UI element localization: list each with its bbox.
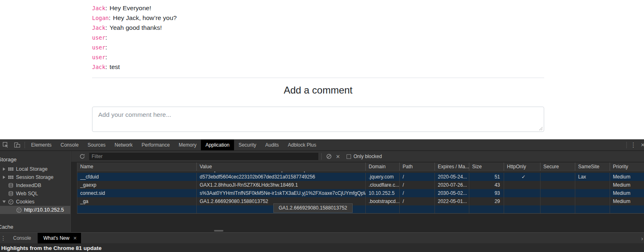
tab-console[interactable]: Console [56, 140, 83, 150]
tab-performance[interactable]: Performance [137, 140, 174, 150]
column-header-samesite[interactable]: SameSite [575, 163, 610, 171]
tab-adblock-plus[interactable]: Adblock Plus [284, 140, 321, 150]
more-options-icon[interactable]: ⋮ [628, 141, 638, 149]
tab-sources[interactable]: Sources [83, 140, 110, 150]
cell-path: / [400, 173, 435, 181]
cell-value: GAX1.2.8hhuoJI-RnSZ7X6LHdc3hw.18469.1 [197, 181, 366, 189]
device-toolbar-icon[interactable] [11, 140, 23, 150]
chat-message: user: [92, 52, 544, 62]
cookie-row-connect-sid[interactable]: connect.sids%3Aat0YYHmITnfNSF0kM5Ne-ir1s… [77, 189, 644, 197]
drawer-tabbar: ⋮ ConsoleWhat's New✕ › [0, 232, 644, 243]
chat-username: Jack [92, 64, 106, 70]
cell-expires: 2020-07-26... [435, 181, 469, 189]
refresh-icon[interactable] [78, 152, 87, 161]
devtools-panel: ElementsConsoleSourcesNetworkPerformance… [0, 139, 644, 252]
inspect-element-icon[interactable] [0, 140, 11, 150]
sidebar-item-label: Web SQL [16, 191, 38, 196]
column-header-secure[interactable]: Secure [540, 163, 575, 171]
chat-colon: : [109, 14, 110, 21]
cell-size: 93 [469, 189, 504, 197]
storage-section-header: Storage [0, 156, 70, 163]
chevron-right-icon[interactable] [1, 167, 7, 171]
cookie-row-cfduid[interactable]: __cfduidd573ebdf5604cec223102b067ded321a… [77, 173, 644, 181]
column-header-httponly[interactable]: HttpOnly [504, 163, 540, 171]
cell-priority: Medium [610, 189, 644, 197]
cell-expires: 2020-05-24... [435, 173, 469, 181]
column-header-value[interactable]: Value [197, 163, 366, 171]
cell-value: s%3Aat0YYHmITnfNSF0kM5Ne-ir1skTX3aEU.yj1… [197, 189, 366, 197]
tab-application[interactable]: Application [201, 140, 234, 150]
cell-samesite [575, 189, 610, 197]
storage-tree: Local StorageSession StorageIndexedDBWeb… [0, 165, 70, 214]
scrollbar-thumb[interactable] [214, 230, 223, 232]
column-header-priority[interactable]: Priority [610, 163, 644, 171]
sidebar-item-local-storage[interactable]: Local Storage [0, 165, 70, 173]
cell-secure [540, 205, 575, 213]
drawer-menu-icon[interactable]: ⋮ [0, 235, 7, 241]
application-sidebar: Storage Local StorageSession StorageInde… [0, 151, 71, 232]
drawer-tab-label: What's New [43, 233, 70, 243]
tab-elements[interactable]: Elements [27, 140, 56, 150]
cell-path: / [400, 189, 435, 197]
cookies-table: NameValueDomainPathExpires / Ma...SizeHt… [77, 163, 644, 214]
comment-textarea[interactable] [92, 107, 544, 132]
chevron-right-icon[interactable] [1, 176, 7, 179]
cell-priority: Medium [610, 197, 644, 205]
drawer-tab-console[interactable]: Console [7, 233, 38, 243]
chat-colon: : [106, 24, 107, 31]
cookie-row-gaexp[interactable]: _gaexpGAX1.2.8hhuoJI-RnSZ7X6LHdc3hw.1846… [77, 181, 644, 189]
delete-selected-icon[interactable]: ✕ [333, 152, 342, 161]
cookie-row-empty[interactable] [77, 205, 644, 213]
cell-expires [435, 205, 469, 213]
cell-size: 43 [469, 181, 504, 189]
drawer-close-icon[interactable]: › [641, 235, 643, 242]
chat-message: Jack:Hey Everyone! [92, 3, 544, 13]
column-header-size[interactable]: Size [469, 163, 504, 171]
tab-memory[interactable]: Memory [174, 140, 201, 150]
chat-text: Hey Jack, how’re you? [113, 14, 177, 21]
sidebar-item-web-sql[interactable]: Web SQL [0, 190, 70, 198]
cell-httponly [504, 197, 540, 205]
close-devtools-icon[interactable]: ✕ [638, 142, 644, 148]
table-icon [7, 166, 14, 172]
database-icon [7, 190, 14, 197]
chevron-down-icon[interactable] [1, 201, 7, 203]
cookies-table-header: NameValueDomainPathExpires / Ma...SizeHt… [77, 163, 644, 171]
chat-message: Jack:Yeah good thanks! [92, 23, 544, 33]
cell-samesite [575, 181, 610, 189]
tab-security[interactable]: Security [234, 140, 261, 150]
only-blocked-checkbox[interactable] [347, 154, 351, 159]
cookie-icon [7, 198, 14, 205]
cell-domain: .jquery.com [366, 173, 400, 181]
chat-message: Logan:Hey Jack, how’re you? [92, 13, 544, 23]
column-header-path[interactable]: Path [400, 163, 435, 171]
column-header-domain[interactable]: Domain [366, 163, 400, 171]
sidebar-item-cookies[interactable]: Cookies [0, 198, 70, 206]
table-icon [7, 174, 14, 181]
sidebar-item-label: Local Storage [16, 166, 47, 172]
chat-username: Jack [92, 25, 106, 31]
drawer-tab-what-s-new[interactable]: What's New✕ [38, 233, 81, 243]
sidebar-item-indexeddb[interactable]: IndexedDB [0, 181, 70, 190]
cookie-row-ga[interactable]: _gaGA1.2.666929080.1588013752.bootstrapc… [77, 197, 644, 205]
sidebar-item-label: IndexedDB [16, 183, 41, 188]
comment-heading: Add a comment [92, 85, 544, 96]
cache-section-header: Cache [0, 224, 70, 230]
filter-input[interactable] [89, 153, 318, 160]
cell-domain: .bootstrapcd... [366, 197, 400, 205]
tab-audits[interactable]: Audits [261, 140, 283, 150]
sidebar-item-session-storage[interactable]: Session Storage [0, 173, 70, 181]
column-header-name[interactable]: Name [77, 163, 197, 171]
close-icon[interactable]: ✕ [73, 233, 77, 243]
tab-network[interactable]: Network [110, 140, 137, 150]
sidebar-item-label: http://10.10.252.5 [24, 207, 64, 213]
toolbar-separator [626, 142, 627, 148]
clear-all-cookies-icon[interactable] [324, 152, 333, 161]
chat-text: Hey Everyone! [110, 4, 151, 11]
cell-samesite [575, 197, 610, 205]
drawer-tab-label: Console [13, 233, 31, 243]
cell-priority: Medium [610, 173, 644, 181]
column-header-expires-ma[interactable]: Expires / Ma... [435, 163, 469, 171]
sidebar-item-http-10-10-252-5[interactable]: http://10.10.252.5 [0, 206, 70, 214]
tabbar-right-controls: ⋮ ✕ [625, 141, 644, 149]
